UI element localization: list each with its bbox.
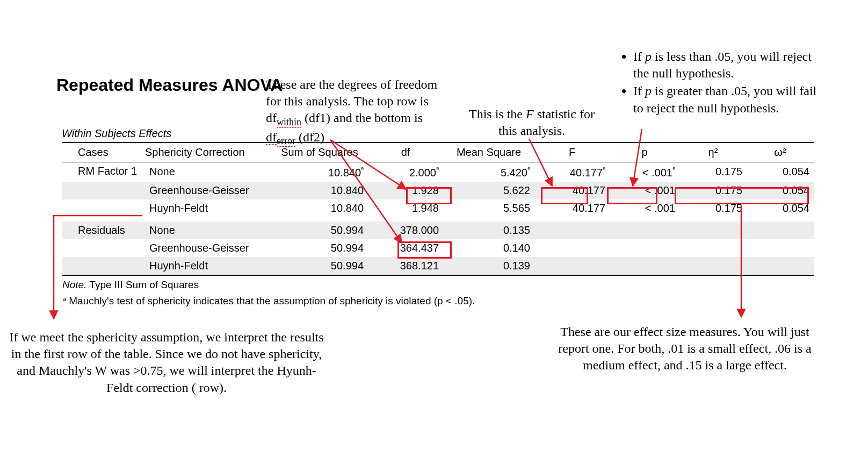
table-row: Huynh-Feldt 10.840 1.948 5.565 40.177 < … bbox=[62, 199, 814, 217]
cell-ss: 50.994 bbox=[271, 257, 368, 275]
cell-ms: 5.565 bbox=[443, 199, 534, 217]
anova-table: Cases Sphericity Correction Sum of Squar… bbox=[62, 142, 814, 308]
table-subtitle: Within Subjects Effects bbox=[62, 127, 171, 140]
col-eta2: η² bbox=[679, 142, 747, 162]
cell-cases: RM Factor 1 bbox=[62, 162, 145, 182]
cell-eta: 0.175 bbox=[679, 182, 747, 199]
cell-p: < .001 bbox=[610, 182, 679, 199]
cell-ss: 50.994 bbox=[271, 239, 368, 257]
cell-ms: 5.622 bbox=[443, 182, 534, 199]
cell-df: 2.000ᵃ bbox=[368, 162, 443, 182]
spacer-row bbox=[62, 217, 814, 222]
col-omega2: ω² bbox=[747, 142, 814, 162]
col-cases: Cases bbox=[62, 142, 145, 162]
cell-ss: 10.840ᵃ bbox=[271, 162, 368, 182]
col-f: F bbox=[534, 142, 610, 162]
table-row: Huynh-Feldt 50.994 368.121 0.139 bbox=[62, 257, 814, 275]
cell-df: 1.948 bbox=[368, 199, 443, 217]
cell-f: 40.177ᵃ bbox=[534, 162, 610, 182]
cell-ss: 10.840 bbox=[271, 182, 368, 199]
cell-corr: Greenhouse-Geisser bbox=[145, 182, 271, 199]
col-correction: Sphericity Correction bbox=[145, 142, 271, 162]
cell-df: 1.928 bbox=[368, 182, 443, 199]
cell-corr: Huynh-Feldt bbox=[145, 257, 271, 275]
cell-ms: 0.135 bbox=[443, 222, 534, 239]
cell-omega: 0.054 bbox=[747, 199, 814, 217]
col-p: p bbox=[610, 142, 679, 162]
annotation-f: This is the F statistic for this analysi… bbox=[457, 106, 607, 139]
table-row: Residuals None 50.994 378.000 0.135 bbox=[62, 222, 814, 239]
table-note: Note. Type III Sum of Squares bbox=[62, 275, 814, 291]
annotation-p: If p is less than .05, you will reject t… bbox=[620, 48, 819, 118]
annotation-df: These are the degrees of freedom for thi… bbox=[266, 76, 449, 148]
cell-p: < .001 bbox=[610, 199, 679, 217]
cell-ss: 50.994 bbox=[271, 222, 368, 239]
annotation-sphericity: If we meet the sphericity assumption, we… bbox=[5, 329, 328, 396]
cell-corr: Greenhouse-Geisser bbox=[145, 239, 271, 257]
cell-ms: 5.420ᵃ bbox=[443, 162, 534, 182]
cell-ss: 10.840 bbox=[271, 199, 368, 217]
cell-df: 364.437 bbox=[368, 239, 443, 257]
cell-f: 40.177 bbox=[534, 182, 610, 199]
cell-eta: 0.175 bbox=[679, 162, 747, 182]
cell-corr: Huynh-Feldt bbox=[145, 199, 271, 217]
cell-f: 40.177 bbox=[534, 199, 610, 217]
cell-corr: None bbox=[145, 162, 271, 182]
cell-omega: 0.054 bbox=[747, 162, 814, 182]
cell-corr: None bbox=[145, 222, 271, 239]
cell-df: 378.000 bbox=[368, 222, 443, 239]
page-title: Repeated Measures ANOVA bbox=[56, 75, 283, 95]
cell-ms: 0.139 bbox=[443, 257, 534, 275]
cell-df: 368.121 bbox=[368, 257, 443, 275]
cell-eta: 0.175 bbox=[679, 199, 747, 217]
cell-cases: Residuals bbox=[62, 222, 145, 239]
table-row: Greenhouse-Geisser 10.840 1.928 5.622 40… bbox=[62, 182, 814, 199]
cell-ms: 0.140 bbox=[443, 239, 534, 257]
annotation-effect: These are our effect size measures. You … bbox=[556, 324, 814, 374]
table-row: Greenhouse-Geisser 50.994 364.437 0.140 bbox=[62, 239, 814, 257]
cell-p: < .001ᵃ bbox=[610, 162, 679, 182]
cell-omega: 0.054 bbox=[747, 182, 814, 199]
table-footnote: ᵃ Mauchly's test of sphericity indicates… bbox=[62, 291, 814, 308]
table-row: RM Factor 1 None 10.840ᵃ 2.000ᵃ 5.420ᵃ 4… bbox=[62, 162, 814, 182]
col-ms: Mean Square bbox=[443, 142, 534, 162]
